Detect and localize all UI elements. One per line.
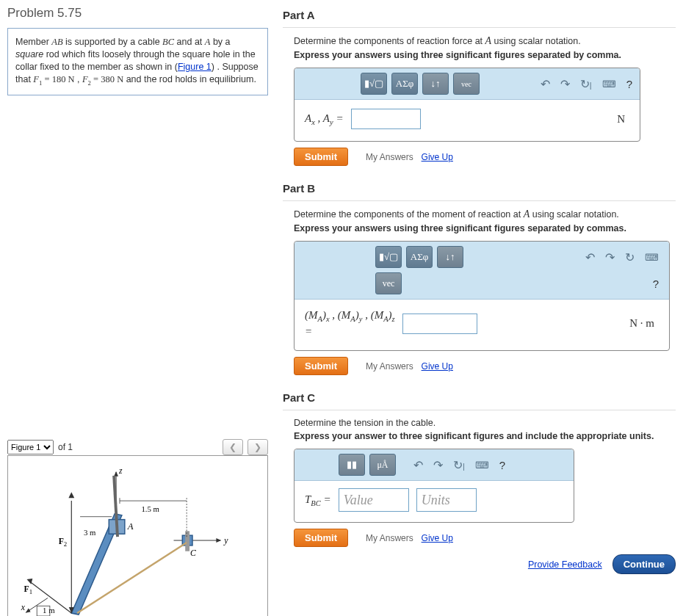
- continue-button[interactable]: Continue: [612, 554, 676, 574]
- my-answers-link[interactable]: My Answers: [366, 152, 413, 162]
- svg-text:3 m: 3 m: [84, 528, 96, 537]
- svg-text:y: y: [223, 536, 228, 546]
- my-answers-link[interactable]: My Answers: [366, 533, 413, 543]
- svg-text:F1: F1: [24, 584, 33, 595]
- part-b-unit: N · m: [629, 317, 659, 330]
- redo-icon[interactable]: ↷: [430, 458, 446, 472]
- part-a-instruction: Determine the components of reaction for…: [294, 35, 676, 47]
- undo-icon[interactable]: ↶: [411, 458, 426, 472]
- help-icon[interactable]: ?: [650, 278, 662, 290]
- part-c-value-input[interactable]: [339, 488, 409, 512]
- svg-text:z: z: [118, 466, 123, 476]
- templates-button[interactable]: ▮√▢: [361, 73, 387, 95]
- part-b-var-label: (MA)x , (MA)y , (MA)z=: [305, 308, 395, 338]
- part-a-express: Express your answers using three signifi…: [294, 50, 676, 60]
- reset-icon[interactable]: ↻: [622, 250, 637, 264]
- greek-button[interactable]: ΑΣφ: [391, 73, 418, 95]
- part-c-toolbar: ▮▮ μÅ ↶ ↷ ↻| ⌨ ?: [294, 449, 574, 481]
- svg-text:C: C: [190, 548, 196, 558]
- svg-text:1 m: 1 m: [43, 606, 55, 615]
- part-c-instruction: Determine the tension in the cable.: [294, 418, 676, 428]
- help-icon[interactable]: ?: [496, 459, 508, 471]
- my-answers-link[interactable]: My Answers: [366, 361, 413, 372]
- part-a-input[interactable]: [351, 109, 421, 129]
- svg-text:1.5 m: 1.5 m: [141, 504, 159, 513]
- part-c-units-input[interactable]: [416, 488, 477, 512]
- svg-text:x: x: [21, 603, 26, 612]
- figure-select[interactable]: Figure 1: [7, 440, 54, 454]
- figure-count: of 1: [58, 442, 73, 452]
- figure-prev-button[interactable]: ❮: [223, 439, 243, 455]
- part-a-var-label: Ax , Ay =: [305, 112, 344, 126]
- redo-icon[interactable]: ↷: [602, 250, 618, 264]
- reset-icon[interactable]: ↻|: [450, 458, 468, 472]
- greek-button[interactable]: ΑΣφ: [406, 246, 433, 268]
- part-b-express: Express your answers using three signifi…: [294, 223, 676, 233]
- units-tool-button[interactable]: ▮▮: [339, 454, 365, 476]
- part-c-title: Part C: [283, 391, 676, 404]
- keyboard-icon[interactable]: ⌨: [472, 460, 492, 471]
- templates-button[interactable]: ▮√▢: [375, 246, 402, 268]
- part-a-submit-button[interactable]: Submit: [294, 148, 348, 166]
- part-a-title: Part A: [283, 9, 676, 21]
- undo-icon[interactable]: ↶: [582, 250, 598, 264]
- part-b-instruction: Determine the components of the moment o…: [294, 209, 676, 220]
- part-c-express: Express your answer to three significant…: [294, 431, 676, 441]
- give-up-link[interactable]: Give Up: [422, 152, 453, 162]
- problem-statement: Member AB is supported by a cable BC and…: [7, 28, 268, 95]
- keyboard-icon[interactable]: ⌨: [599, 79, 619, 90]
- give-up-link[interactable]: Give Up: [422, 361, 453, 372]
- part-b-input[interactable]: [402, 314, 477, 334]
- figure-next-button[interactable]: ❯: [247, 439, 268, 455]
- redo-icon[interactable]: ↷: [557, 77, 573, 91]
- part-c-submit-button[interactable]: Submit: [294, 529, 348, 547]
- problem-number: Problem 5.75: [7, 6, 268, 21]
- give-up-link[interactable]: Give Up: [422, 533, 453, 543]
- part-a-toolbar: ▮√▢ ΑΣφ ↓↑ vec ↶ ↷ ↻| ⌨ ?: [294, 68, 640, 100]
- arrows-button[interactable]: ↓↑: [437, 246, 463, 268]
- svg-text:F2: F2: [59, 537, 68, 548]
- undo-icon[interactable]: ↶: [538, 77, 553, 91]
- arrows-button[interactable]: ↓↑: [422, 73, 449, 95]
- help-icon[interactable]: ?: [624, 78, 635, 90]
- part-c-var-label: TBC =: [305, 493, 331, 507]
- svg-text:A: A: [127, 521, 134, 532]
- part-a-unit: N: [617, 113, 629, 126]
- provide-feedback-link[interactable]: Provide Feedback: [528, 559, 602, 570]
- part-b-submit-button[interactable]: Submit: [294, 357, 348, 375]
- figure-image: z y x C A B: [7, 455, 268, 616]
- part-b-toolbar: ▮√▢ ΑΣφ ↓↑ ↶ ↷ ↻ ⌨ vec ?: [294, 242, 669, 300]
- part-b-title: Part B: [283, 182, 676, 195]
- mu-a-button[interactable]: μÅ: [369, 454, 396, 476]
- keyboard-icon[interactable]: ⌨: [642, 252, 662, 263]
- figure-link[interactable]: Figure 1: [178, 62, 212, 72]
- vec-button[interactable]: vec: [453, 73, 480, 95]
- reset-icon[interactable]: ↻|: [577, 77, 595, 91]
- vec-button[interactable]: vec: [375, 272, 402, 294]
